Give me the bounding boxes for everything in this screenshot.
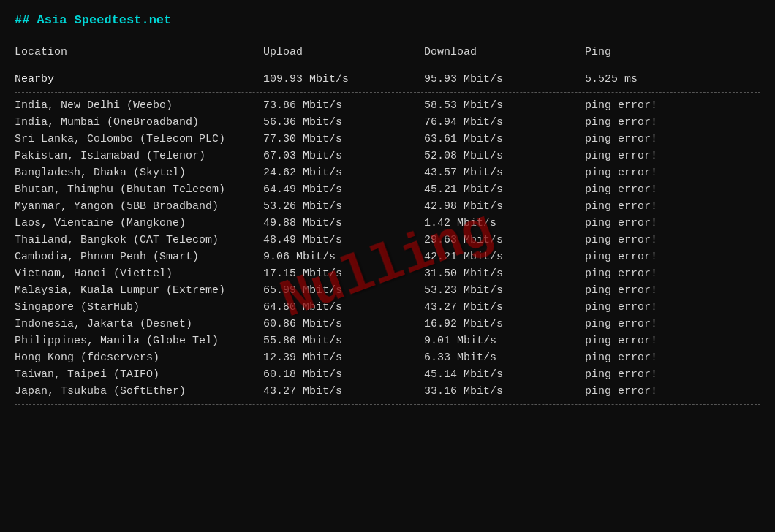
row-upload: 24.62 Mbit/s bbox=[263, 167, 424, 179]
table-container: Location Upload Download Ping Nearby 109… bbox=[15, 43, 760, 405]
page-title: ## Asia Speedtest.net bbox=[15, 13, 760, 27]
row-location: India, Mumbai (OneBroadband) bbox=[15, 116, 263, 129]
table-row: Pakistan, Islamabad (Telenor)67.03 Mbit/… bbox=[15, 148, 760, 164]
table-row: Bangladesh, Dhaka (Skytel)24.62 Mbit/s43… bbox=[15, 164, 760, 181]
table-row: Cambodia, Phnom Penh (Smart)9.06 Mbit/s4… bbox=[15, 248, 760, 265]
row-download: 45.14 Mbit/s bbox=[424, 368, 585, 381]
row-upload: 73.86 Mbit/s bbox=[263, 99, 424, 112]
row-ping: ping error! bbox=[585, 133, 731, 145]
row-ping: ping error! bbox=[585, 335, 731, 347]
row-ping: ping error! bbox=[585, 352, 731, 364]
row-upload: 67.03 Mbit/s bbox=[263, 150, 424, 162]
nearby-upload: 109.93 Mbit/s bbox=[263, 73, 424, 86]
row-ping: ping error! bbox=[585, 99, 731, 112]
header-ping: Ping bbox=[585, 46, 731, 58]
row-ping: ping error! bbox=[585, 284, 731, 297]
row-ping: ping error! bbox=[585, 251, 731, 263]
row-upload: 43.27 Mbit/s bbox=[263, 385, 424, 398]
row-location: Vietnam, Hanoi (Viettel) bbox=[15, 267, 263, 280]
row-upload: 77.30 Mbit/s bbox=[263, 133, 424, 145]
row-download: 9.01 Mbit/s bbox=[424, 335, 585, 347]
row-download: 43.27 Mbit/s bbox=[424, 301, 585, 314]
row-upload: 49.88 Mbit/s bbox=[263, 217, 424, 229]
table-row: Japan, Tsukuba (SoftEther)43.27 Mbit/s33… bbox=[15, 383, 760, 400]
table-row: Laos, Vientaine (Mangkone)49.88 Mbit/s1.… bbox=[15, 215, 760, 232]
row-ping: ping error! bbox=[585, 167, 731, 179]
row-location: Bangladesh, Dhaka (Skytel) bbox=[15, 167, 263, 179]
row-ping: ping error! bbox=[585, 385, 731, 398]
row-location: Singapore (StarHub) bbox=[15, 301, 263, 314]
row-download: 63.61 Mbit/s bbox=[424, 133, 585, 145]
row-location: Laos, Vientaine (Mangkone) bbox=[15, 217, 263, 229]
nearby-location: Nearby bbox=[15, 73, 263, 86]
row-location: Sri Lanka, Colombo (Telecom PLC) bbox=[15, 133, 263, 145]
row-ping: ping error! bbox=[585, 267, 731, 280]
table-header: Location Upload Download Ping bbox=[15, 43, 760, 61]
table-row: Philippines, Manila (Globe Tel)55.86 Mbi… bbox=[15, 332, 760, 349]
row-upload: 64.49 Mbit/s bbox=[263, 183, 424, 196]
row-download: 6.33 Mbit/s bbox=[424, 352, 585, 364]
row-upload: 56.36 Mbit/s bbox=[263, 116, 424, 129]
table-row: India, Mumbai (OneBroadband)56.36 Mbit/s… bbox=[15, 114, 760, 131]
row-download: 31.50 Mbit/s bbox=[424, 267, 585, 280]
table-row: Sri Lanka, Colombo (Telecom PLC)77.30 Mb… bbox=[15, 131, 760, 148]
row-ping: ping error! bbox=[585, 200, 731, 213]
data-rows: India, New Delhi (Weebo)73.86 Mbit/s58.5… bbox=[15, 97, 760, 400]
row-download: 45.21 Mbit/s bbox=[424, 183, 585, 196]
row-download: 29.63 Mbit/s bbox=[424, 234, 585, 246]
row-location: Bhutan, Thimphu (Bhutan Telecom) bbox=[15, 183, 263, 196]
divider-3 bbox=[15, 404, 760, 405]
header-location: Location bbox=[15, 46, 263, 58]
row-location: Indonesia, Jakarta (Desnet) bbox=[15, 318, 263, 330]
row-upload: 48.49 Mbit/s bbox=[263, 234, 424, 246]
table-row: Bhutan, Thimphu (Bhutan Telecom)64.49 Mb… bbox=[15, 181, 760, 198]
row-location: Cambodia, Phnom Penh (Smart) bbox=[15, 251, 263, 263]
row-ping: ping error! bbox=[585, 150, 731, 162]
header-download: Download bbox=[424, 46, 585, 58]
row-ping: ping error! bbox=[585, 318, 731, 330]
row-upload: 55.86 Mbit/s bbox=[263, 335, 424, 347]
row-ping: ping error! bbox=[585, 234, 731, 246]
row-download: 1.42 Mbit/s bbox=[424, 217, 585, 229]
table-row: Taiwan, Taipei (TAIFO)60.18 Mbit/s45.14 … bbox=[15, 366, 760, 383]
row-download: 76.94 Mbit/s bbox=[424, 116, 585, 129]
row-download: 33.16 Mbit/s bbox=[424, 385, 585, 398]
table-row: Hong Kong (fdcservers)12.39 Mbit/s6.33 M… bbox=[15, 349, 760, 366]
row-download: 52.08 Mbit/s bbox=[424, 150, 585, 162]
row-location: Malaysia, Kuala Lumpur (Extreme) bbox=[15, 284, 263, 297]
row-ping: ping error! bbox=[585, 301, 731, 314]
row-upload: 64.80 Mbit/s bbox=[263, 301, 424, 314]
row-upload: 53.26 Mbit/s bbox=[263, 200, 424, 213]
row-location: Taiwan, Taipei (TAIFO) bbox=[15, 368, 263, 381]
row-location: Japan, Tsukuba (SoftEther) bbox=[15, 385, 263, 398]
table-row: Thailand, Bangkok (CAT Telecom)48.49 Mbi… bbox=[15, 232, 760, 248]
row-location: India, New Delhi (Weebo) bbox=[15, 99, 263, 112]
nearby-ping: 5.525 ms bbox=[585, 73, 731, 86]
row-download: 16.92 Mbit/s bbox=[424, 318, 585, 330]
table-row: Singapore (StarHub)64.80 Mbit/s43.27 Mbi… bbox=[15, 299, 760, 316]
row-upload: 60.86 Mbit/s bbox=[263, 318, 424, 330]
row-download: 43.57 Mbit/s bbox=[424, 167, 585, 179]
row-upload: 60.18 Mbit/s bbox=[263, 368, 424, 381]
row-download: 53.23 Mbit/s bbox=[424, 284, 585, 297]
row-ping: ping error! bbox=[585, 217, 731, 229]
row-upload: 17.15 Mbit/s bbox=[263, 267, 424, 280]
nearby-download: 95.93 Mbit/s bbox=[424, 73, 585, 86]
row-download: 42.21 Mbit/s bbox=[424, 251, 585, 263]
divider-1 bbox=[15, 66, 760, 66]
row-upload: 65.99 Mbit/s bbox=[263, 284, 424, 297]
table-row: India, New Delhi (Weebo)73.86 Mbit/s58.5… bbox=[15, 97, 760, 114]
row-ping: ping error! bbox=[585, 183, 731, 196]
row-location: Pakistan, Islamabad (Telenor) bbox=[15, 150, 263, 162]
header-upload: Upload bbox=[263, 46, 424, 58]
row-location: Thailand, Bangkok (CAT Telecom) bbox=[15, 234, 263, 246]
nearby-row: Nearby 109.93 Mbit/s 95.93 Mbit/s 5.525 … bbox=[15, 71, 760, 88]
row-upload: 9.06 Mbit/s bbox=[263, 251, 424, 263]
row-location: Philippines, Manila (Globe Tel) bbox=[15, 335, 263, 347]
row-location: Hong Kong (fdcservers) bbox=[15, 352, 263, 364]
table-row: Vietnam, Hanoi (Viettel)17.15 Mbit/s31.5… bbox=[15, 265, 760, 282]
row-location: Myanmar, Yangon (5BB Broadband) bbox=[15, 200, 263, 213]
table-row: Myanmar, Yangon (5BB Broadband)53.26 Mbi… bbox=[15, 198, 760, 215]
row-download: 42.98 Mbit/s bbox=[424, 200, 585, 213]
table-row: Indonesia, Jakarta (Desnet)60.86 Mbit/s1… bbox=[15, 316, 760, 332]
